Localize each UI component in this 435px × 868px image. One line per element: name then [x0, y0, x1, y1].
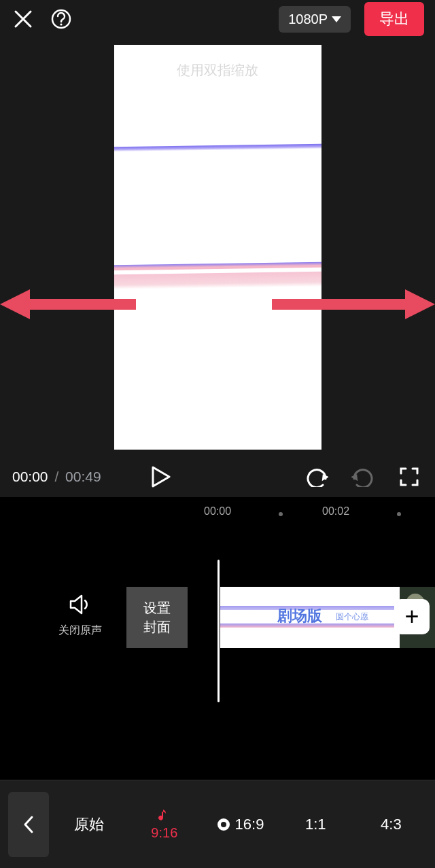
mute-original-audio-button[interactable]: 关闭原声 — [58, 592, 102, 638]
redo-button[interactable] — [349, 463, 377, 490]
aspect-ratio-bar: 原始 9:16 16:9 1:1 4:3 — [0, 780, 435, 868]
ruler-mark: 00:00 — [204, 505, 231, 518]
fullscreen-button[interactable] — [396, 463, 423, 490]
svg-marker-4 — [0, 289, 136, 319]
undo-icon — [305, 467, 328, 487]
cover-label-line1: 设置 — [143, 598, 171, 617]
time-display: 00:00 / 00:49 — [12, 469, 101, 485]
close-icon — [13, 9, 33, 29]
ruler-tick — [279, 512, 283, 516]
ratio-original[interactable]: 原始 — [53, 792, 124, 857]
close-button[interactable] — [11, 7, 35, 31]
circle-icon — [216, 817, 231, 832]
top-bar: 1080P 导出 — [0, 0, 435, 38]
mute-label: 关闭原声 — [58, 623, 102, 638]
ratio-label: 1:1 — [305, 816, 326, 833]
ratio-16-9[interactable]: 16:9 — [204, 792, 275, 857]
redo-icon — [351, 467, 375, 487]
svg-point-3 — [60, 23, 62, 25]
play-button[interactable] — [147, 463, 175, 490]
svg-marker-5 — [272, 289, 435, 319]
speaker-icon — [68, 592, 92, 617]
timeline[interactable]: 关闭原声 设置 封面 剧场版 圆个心愿 + — [0, 524, 435, 762]
chevron-down-icon — [332, 16, 341, 22]
video-content-stripe — [114, 262, 321, 270]
ratio-label: 原始 — [74, 814, 104, 835]
total-duration: 00:49 — [65, 469, 101, 484]
time-separator: / — [52, 469, 61, 484]
time-ruler[interactable]: 00:00 00:02 — [0, 497, 435, 524]
undo-button[interactable] — [303, 463, 330, 490]
svg-marker-6 — [153, 467, 169, 486]
ratio-9-16[interactable]: 9:16 — [128, 792, 200, 857]
resolution-dropdown[interactable]: 1080P — [279, 6, 351, 33]
pinch-zoom-hint: 使用双指缩放 — [114, 61, 321, 79]
video-canvas[interactable]: 使用双指缩放 — [114, 45, 321, 450]
ratio-label: 9:16 — [151, 825, 177, 841]
resolution-label: 1080P — [288, 12, 328, 27]
annotation-arrow-right — [272, 287, 435, 322]
playhead[interactable] — [218, 560, 220, 702]
play-icon — [152, 466, 171, 488]
ruler-tick — [397, 512, 401, 516]
video-clip[interactable]: 剧场版 圆个心愿 — [220, 587, 400, 648]
preview-area[interactable]: 使用双指缩放 — [0, 38, 435, 456]
cover-label-line2: 封面 — [143, 617, 171, 636]
video-content-stripe — [114, 144, 321, 152]
plus-icon: + — [404, 602, 419, 631]
ratio-1-1[interactable]: 1:1 — [280, 792, 351, 857]
ratio-4-3[interactable]: 4:3 — [355, 792, 427, 857]
set-cover-button[interactable]: 设置 封面 — [126, 587, 188, 648]
chevron-left-icon — [22, 814, 35, 835]
add-clip-button[interactable]: + — [394, 599, 430, 634]
export-button[interactable]: 导出 — [364, 2, 424, 36]
clip-overlay-text: 剧场版 — [277, 606, 322, 626]
playback-bar: 00:00 / 00:49 — [0, 456, 435, 497]
music-note-icon — [157, 808, 172, 822]
clip-overlay-text: 圆个心愿 — [336, 611, 368, 623]
current-time: 00:00 — [12, 469, 48, 484]
svg-point-10 — [221, 822, 226, 827]
annotation-arrow-left — [0, 287, 136, 322]
fullscreen-icon — [399, 467, 419, 487]
back-button[interactable] — [8, 792, 49, 857]
ratio-label: 4:3 — [381, 816, 402, 833]
ruler-mark: 00:02 — [322, 505, 349, 518]
help-button[interactable] — [49, 7, 73, 31]
export-label: 导出 — [379, 10, 409, 27]
help-icon — [50, 8, 72, 30]
ratio-label: 16:9 — [235, 816, 264, 833]
